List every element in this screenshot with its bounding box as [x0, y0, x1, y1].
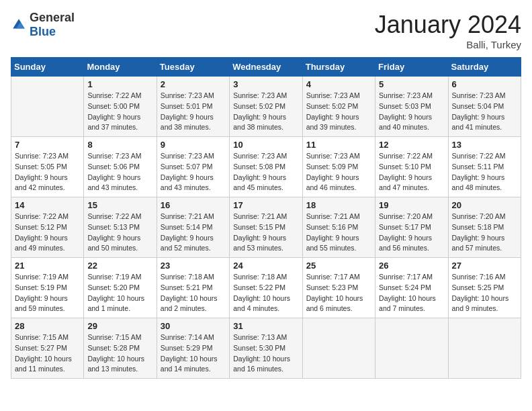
- logo: General Blue: [11, 11, 75, 39]
- day-number: 25: [306, 261, 371, 271]
- day-cell: 9Sunrise: 7:23 AMSunset: 5:07 PMDaylight…: [157, 137, 229, 197]
- column-header-wednesday: Wednesday: [230, 58, 302, 77]
- day-detail: Sunrise: 7:22 AMSunset: 5:11 PMDaylight:…: [452, 151, 517, 193]
- day-detail: Sunrise: 7:23 AMSunset: 5:03 PMDaylight:…: [379, 91, 444, 133]
- day-number: 18: [306, 200, 371, 210]
- day-detail: Sunrise: 7:13 AMSunset: 5:30 PMDaylight:…: [233, 332, 298, 375]
- day-number: 20: [452, 200, 517, 210]
- day-number: 15: [87, 200, 152, 210]
- day-cell: 13Sunrise: 7:22 AMSunset: 5:11 PMDayligh…: [448, 137, 521, 197]
- week-row-4: 21Sunrise: 7:19 AMSunset: 5:19 PMDayligh…: [11, 258, 521, 318]
- column-header-saturday: Saturday: [448, 58, 521, 77]
- day-number: 10: [233, 140, 298, 150]
- day-detail: Sunrise: 7:19 AMSunset: 5:19 PMDaylight:…: [15, 272, 80, 314]
- day-number: 27: [452, 261, 517, 271]
- day-detail: Sunrise: 7:21 AMSunset: 5:15 PMDaylight:…: [233, 212, 298, 254]
- day-cell: 25Sunrise: 7:17 AMSunset: 5:23 PMDayligh…: [302, 258, 375, 318]
- day-cell: [302, 318, 375, 379]
- day-cell: 17Sunrise: 7:21 AMSunset: 5:15 PMDayligh…: [230, 197, 302, 258]
- day-cell: 23Sunrise: 7:18 AMSunset: 5:21 PMDayligh…: [157, 258, 229, 318]
- day-cell: 30Sunrise: 7:14 AMSunset: 5:29 PMDayligh…: [157, 318, 229, 379]
- day-number: 3: [233, 79, 298, 89]
- week-row-2: 7Sunrise: 7:23 AMSunset: 5:05 PMDaylight…: [11, 137, 521, 197]
- day-number: 9: [161, 140, 226, 150]
- day-number: 29: [87, 321, 152, 331]
- day-cell: 24Sunrise: 7:18 AMSunset: 5:22 PMDayligh…: [230, 258, 302, 318]
- day-cell: 16Sunrise: 7:21 AMSunset: 5:14 PMDayligh…: [157, 197, 229, 258]
- day-detail: Sunrise: 7:15 AMSunset: 5:28 PMDaylight:…: [87, 332, 152, 375]
- day-cell: 3Sunrise: 7:23 AMSunset: 5:02 PMDaylight…: [230, 77, 302, 137]
- day-number: 21: [15, 261, 80, 271]
- day-detail: Sunrise: 7:17 AMSunset: 5:24 PMDaylight:…: [379, 272, 444, 314]
- day-cell: 28Sunrise: 7:15 AMSunset: 5:27 PMDayligh…: [11, 318, 84, 379]
- day-detail: Sunrise: 7:23 AMSunset: 5:02 PMDaylight:…: [233, 91, 298, 133]
- day-cell: 26Sunrise: 7:17 AMSunset: 5:24 PMDayligh…: [375, 258, 448, 318]
- logo-icon: [11, 17, 27, 33]
- day-number: 23: [161, 261, 226, 271]
- day-detail: Sunrise: 7:21 AMSunset: 5:14 PMDaylight:…: [161, 212, 226, 254]
- day-number: 16: [161, 200, 226, 210]
- day-cell: 8Sunrise: 7:23 AMSunset: 5:06 PMDaylight…: [84, 137, 157, 197]
- day-detail: Sunrise: 7:23 AMSunset: 5:04 PMDaylight:…: [452, 91, 517, 133]
- day-cell: 19Sunrise: 7:20 AMSunset: 5:17 PMDayligh…: [375, 197, 448, 258]
- day-detail: Sunrise: 7:14 AMSunset: 5:29 PMDaylight:…: [161, 332, 226, 375]
- page-header: General Blue January 2024 Balli, Turkey: [11, 11, 521, 50]
- logo-text: General Blue: [30, 11, 75, 39]
- day-detail: Sunrise: 7:18 AMSunset: 5:21 PMDaylight:…: [161, 272, 226, 314]
- day-number: 6: [452, 79, 517, 89]
- day-cell: 21Sunrise: 7:19 AMSunset: 5:19 PMDayligh…: [11, 258, 84, 318]
- day-number: 11: [306, 140, 371, 150]
- day-detail: Sunrise: 7:17 AMSunset: 5:23 PMDaylight:…: [306, 272, 371, 314]
- day-detail: Sunrise: 7:18 AMSunset: 5:22 PMDaylight:…: [233, 272, 298, 314]
- day-cell: 20Sunrise: 7:20 AMSunset: 5:18 PMDayligh…: [448, 197, 521, 258]
- day-cell: 2Sunrise: 7:23 AMSunset: 5:01 PMDaylight…: [157, 77, 229, 137]
- logo-general: General: [30, 11, 75, 24]
- day-number: 4: [306, 79, 371, 89]
- day-number: 22: [87, 261, 152, 271]
- day-cell: 15Sunrise: 7:22 AMSunset: 5:13 PMDayligh…: [84, 197, 157, 258]
- week-row-1: 1Sunrise: 7:22 AMSunset: 5:00 PMDaylight…: [11, 77, 521, 137]
- day-detail: Sunrise: 7:23 AMSunset: 5:08 PMDaylight:…: [233, 151, 298, 193]
- day-number: 7: [15, 140, 80, 150]
- day-number: 2: [161, 79, 226, 89]
- day-detail: Sunrise: 7:23 AMSunset: 5:01 PMDaylight:…: [161, 91, 226, 133]
- day-cell: 7Sunrise: 7:23 AMSunset: 5:05 PMDaylight…: [11, 137, 84, 197]
- day-detail: Sunrise: 7:22 AMSunset: 5:10 PMDaylight:…: [379, 151, 444, 193]
- location: Balli, Turkey: [375, 39, 521, 50]
- day-cell: 5Sunrise: 7:23 AMSunset: 5:03 PMDaylight…: [375, 77, 448, 137]
- day-detail: Sunrise: 7:21 AMSunset: 5:16 PMDaylight:…: [306, 212, 371, 254]
- header-row: SundayMondayTuesdayWednesdayThursdayFrid…: [11, 58, 521, 77]
- column-header-monday: Monday: [84, 58, 157, 77]
- day-cell: [11, 77, 84, 137]
- day-detail: Sunrise: 7:23 AMSunset: 5:07 PMDaylight:…: [161, 151, 226, 193]
- column-header-tuesday: Tuesday: [157, 58, 229, 77]
- week-row-3: 14Sunrise: 7:22 AMSunset: 5:12 PMDayligh…: [11, 197, 521, 258]
- day-number: 1: [87, 79, 152, 89]
- day-number: 31: [233, 321, 298, 331]
- day-detail: Sunrise: 7:20 AMSunset: 5:17 PMDaylight:…: [379, 212, 444, 254]
- day-number: 12: [379, 140, 444, 150]
- column-header-sunday: Sunday: [11, 58, 84, 77]
- day-detail: Sunrise: 7:15 AMSunset: 5:27 PMDaylight:…: [15, 332, 80, 375]
- day-cell: 14Sunrise: 7:22 AMSunset: 5:12 PMDayligh…: [11, 197, 84, 258]
- month-title: January 2024: [375, 11, 521, 39]
- week-row-5: 28Sunrise: 7:15 AMSunset: 5:27 PMDayligh…: [11, 318, 521, 379]
- day-number: 17: [233, 200, 298, 210]
- day-cell: [448, 318, 521, 379]
- day-number: 26: [379, 261, 444, 271]
- day-detail: Sunrise: 7:19 AMSunset: 5:20 PMDaylight:…: [87, 272, 152, 314]
- day-number: 8: [87, 140, 152, 150]
- day-cell: 1Sunrise: 7:22 AMSunset: 5:00 PMDaylight…: [84, 77, 157, 137]
- day-detail: Sunrise: 7:23 AMSunset: 5:05 PMDaylight:…: [15, 151, 80, 193]
- day-cell: 12Sunrise: 7:22 AMSunset: 5:10 PMDayligh…: [375, 137, 448, 197]
- column-header-friday: Friday: [375, 58, 448, 77]
- day-cell: 22Sunrise: 7:19 AMSunset: 5:20 PMDayligh…: [84, 258, 157, 318]
- day-number: 19: [379, 200, 444, 210]
- day-cell: 10Sunrise: 7:23 AMSunset: 5:08 PMDayligh…: [230, 137, 302, 197]
- day-cell: 31Sunrise: 7:13 AMSunset: 5:30 PMDayligh…: [230, 318, 302, 379]
- day-detail: Sunrise: 7:20 AMSunset: 5:18 PMDaylight:…: [452, 212, 517, 254]
- day-cell: 29Sunrise: 7:15 AMSunset: 5:28 PMDayligh…: [84, 318, 157, 379]
- column-header-thursday: Thursday: [302, 58, 375, 77]
- title-block: January 2024 Balli, Turkey: [375, 11, 521, 50]
- day-number: 24: [233, 261, 298, 271]
